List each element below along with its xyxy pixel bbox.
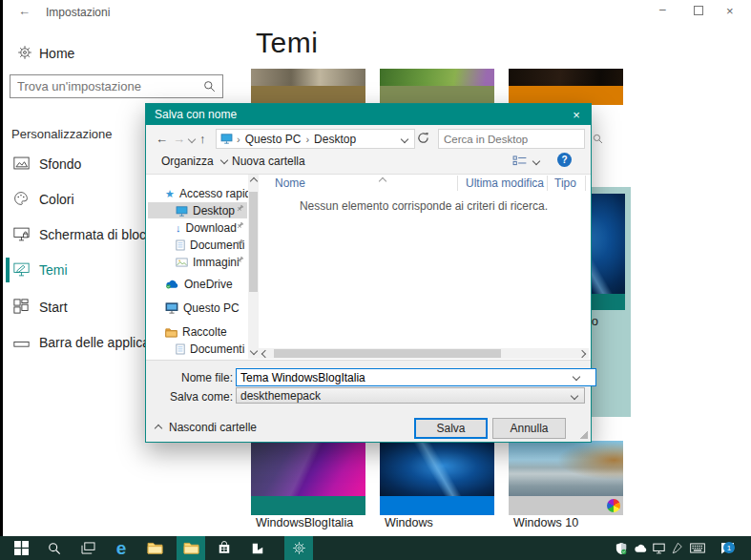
dialog-search-box [438, 129, 585, 149]
onedrive-tray-icon[interactable] [632, 536, 649, 560]
scroll-left-icon[interactable] [261, 349, 269, 357]
close-button[interactable]: × [726, 5, 734, 17]
taskbar-search-button[interactable] [42, 536, 67, 560]
active-explorer-window-button[interactable] [177, 536, 205, 560]
nav-item-onedrive[interactable]: OneDrive [165, 277, 233, 292]
theme-color-bar [251, 86, 365, 105]
nav-item-download[interactable]: ↓ Download [176, 220, 237, 236]
theme-thumbnail-image [251, 441, 365, 496]
dialog-search-input[interactable] [439, 133, 593, 146]
restore-button[interactable] [694, 6, 703, 15]
hide-folders-button[interactable]: Nascondi cartelle [169, 421, 257, 434]
empty-folder-message: Nessun elemento corrisponde ai criteri d… [259, 199, 589, 213]
address-dropdown-icon[interactable] [401, 135, 408, 142]
search-icon [593, 134, 603, 144]
start-button[interactable] [8, 536, 34, 560]
savetype-label: Salva come: [148, 390, 233, 404]
settings-search-input[interactable] [10, 79, 203, 93]
scrollbar-thumb[interactable] [274, 349, 501, 358]
sidebar-item-sfondo[interactable]: Sfondo [39, 156, 81, 172]
theme-name-label: WindowsBlogItalia [256, 516, 353, 529]
theme-name-label: Windows 10 [513, 516, 578, 529]
nav-item-immagini[interactable]: Immagini [176, 255, 240, 270]
address-bar[interactable]: › Questo PC › Desktop [216, 129, 415, 149]
sidebar-item-home[interactable]: Home [39, 46, 74, 61]
nav-item-quick-access[interactable]: ★ Accesso rapido [165, 186, 258, 201]
notification-badge: 1 [723, 542, 735, 553]
view-selector-icon[interactable] [512, 156, 527, 166]
scroll-right-icon[interactable] [578, 349, 586, 357]
column-header-nome[interactable]: Nome [275, 176, 305, 190]
theme-card-windows[interactable] [380, 441, 494, 515]
task-view-button[interactable] [75, 536, 100, 560]
scroll-down-icon[interactable] [250, 347, 258, 355]
nav-item-documenti-library[interactable]: Documenti [176, 342, 244, 357]
cancel-button[interactable]: Annulla [492, 418, 566, 439]
theme-card-row1-3[interactable] [509, 69, 623, 105]
dialog-forward-button[interactable]: → [173, 132, 185, 146]
sidebar-item-temi[interactable]: Temi [39, 262, 68, 278]
scroll-up-icon[interactable] [250, 177, 258, 185]
organize-menu-button[interactable]: Organizza [161, 155, 227, 168]
edge-icon[interactable]: e [109, 536, 134, 560]
nav-scrollbar[interactable] [248, 175, 259, 359]
refresh-icon[interactable] [417, 132, 429, 144]
file-explorer-icon[interactable] [142, 536, 167, 560]
nav-item-documenti[interactable]: Documenti [176, 238, 244, 253]
pen-ink-icon[interactable] [668, 536, 685, 560]
theme-color-bar [509, 86, 623, 105]
lockscreen-icon [13, 227, 30, 241]
column-divider[interactable] [457, 176, 458, 191]
column-header-ultima-modifica[interactable]: Ultima modifica [466, 176, 544, 190]
column-header-tipo[interactable]: Tipo [554, 176, 576, 190]
document-icon [176, 343, 185, 355]
nav-item-desktop[interactable]: Desktop [176, 203, 235, 218]
nav-item-questo-pc[interactable]: Questo PC [165, 301, 240, 316]
action-center-icon[interactable]: 1 [716, 536, 739, 560]
help-icon[interactable]: ? [557, 153, 572, 167]
sidebar-item-colori[interactable]: Colori [39, 192, 74, 207]
resize-grip[interactable] [580, 431, 588, 439]
sidebar-item-schermata-di-blocco[interactable]: Schermata di blocco [39, 227, 160, 242]
search-icon [203, 80, 216, 93]
theme-card-windowsblogitalia[interactable] [251, 441, 365, 515]
dialog-close-icon[interactable]: × [562, 104, 591, 125]
sidebar-item-start[interactable]: Start [39, 300, 68, 315]
theme-card-row1-2[interactable] [380, 69, 494, 105]
savetype-combo[interactable]: deskthemepack [236, 387, 585, 404]
column-divider[interactable] [547, 176, 548, 191]
list-scrollbar[interactable] [259, 348, 589, 359]
dialog-back-button[interactable]: ← [156, 132, 168, 146]
settings-search-box [10, 74, 223, 98]
media-app-icon[interactable] [245, 536, 270, 560]
this-pc-icon [165, 302, 178, 314]
libraries-folder-icon [165, 327, 177, 338]
taskbar: e [0, 536, 751, 560]
nav-item-raccolte[interactable]: Raccolte [165, 324, 227, 340]
settings-taskbar-button[interactable] [284, 536, 313, 560]
theme-color-bar [251, 496, 365, 515]
desktop-icon [176, 206, 188, 217]
theme-card-row1-1[interactable] [251, 69, 365, 105]
breadcrumb-desktop[interactable]: Desktop [309, 133, 361, 146]
this-pc-icon [220, 134, 233, 144]
breadcrumb-questo-pc[interactable]: Questo PC [240, 133, 306, 146]
theme-color-bar [380, 496, 494, 515]
security-shield-icon[interactable] [613, 536, 630, 560]
column-divider[interactable] [585, 176, 586, 191]
minimize-button[interactable]: – [659, 4, 666, 15]
dialog-up-button[interactable]: ↑ [199, 132, 206, 146]
touch-keyboard-icon[interactable] [686, 536, 709, 560]
theme-thumbnail-image [509, 441, 623, 496]
theme-card-windows10[interactable] [509, 441, 623, 515]
new-folder-button[interactable]: Nuova cartella [232, 155, 305, 168]
filename-input[interactable] [236, 368, 596, 386]
theme-thumbnail-image [251, 69, 365, 86]
dialog-titlebar[interactable]: Salva con nome × [146, 104, 591, 125]
settings-back-button[interactable]: ← [18, 5, 31, 17]
store-icon[interactable] [212, 536, 237, 560]
scrollbar-thumb[interactable] [249, 192, 258, 292]
save-button[interactable]: Salva [414, 418, 488, 439]
start-tiles-icon [13, 299, 29, 314]
network-icon[interactable] [650, 536, 667, 560]
